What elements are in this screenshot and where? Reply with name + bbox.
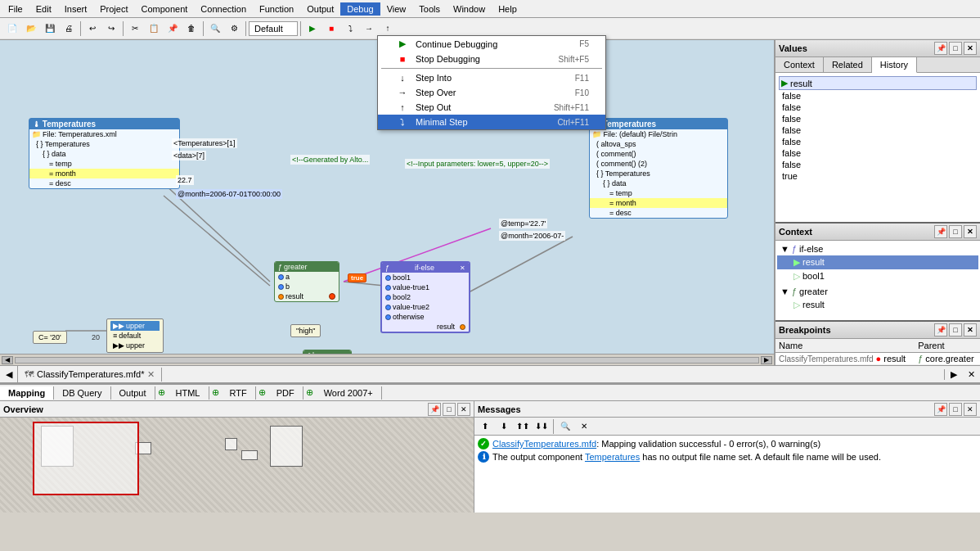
- tb-debug-stop[interactable]: ■: [322, 20, 340, 38]
- menu-help[interactable]: Help: [492, 2, 524, 16]
- tb-save[interactable]: 💾: [41, 20, 59, 38]
- bottom-tab-pdf[interactable]: PDF: [268, 386, 303, 400]
- if-else-node[interactable]: ƒ if-else ✕ bool1 value-true1 bool2 valu…: [380, 261, 470, 333]
- bp-row-1[interactable]: ClassifyTemperatures.mfd ● result ƒ core…: [775, 353, 980, 365]
- msg-close-btn[interactable]: ✕: [964, 403, 977, 416]
- bottom-tab-output[interactable]: Output: [111, 386, 155, 400]
- values-item-false2[interactable]: false: [779, 102, 977, 113]
- tb-search[interactable]: 🔍: [206, 20, 224, 38]
- menu-item-step-into[interactable]: ↓ Step Into F11: [378, 70, 605, 85]
- breakpoints-float-btn[interactable]: □: [949, 323, 962, 336]
- tab-close-btn[interactable]: ✕: [962, 369, 980, 380]
- tab-history[interactable]: History: [872, 57, 917, 73]
- tb-redo[interactable]: ↪: [102, 20, 120, 38]
- bottom-tab-html[interactable]: HTML: [168, 386, 209, 400]
- msg-float-btn[interactable]: □: [949, 403, 962, 416]
- values-item-false3[interactable]: false: [779, 113, 977, 124]
- menu-function[interactable]: Function: [253, 2, 300, 16]
- tb-debug-continue[interactable]: ▶: [303, 20, 321, 38]
- scroll-bar[interactable]: [15, 357, 759, 364]
- tb-cut[interactable]: ✂: [126, 20, 144, 38]
- values-item-false7[interactable]: false: [779, 159, 977, 170]
- tb-undo[interactable]: ↩: [83, 20, 101, 38]
- tb-debug-step[interactable]: ⤵: [341, 20, 359, 38]
- menu-item-step-out[interactable]: ↑ Step Out Shift+F11: [378, 100, 605, 115]
- scroll-left-btn[interactable]: ◀: [2, 356, 13, 364]
- msg-tb-btn4[interactable]: ⬇⬇: [533, 418, 551, 436]
- greater-expand[interactable]: ▼: [780, 287, 789, 296]
- bp-func-icon: ƒ: [918, 354, 923, 364]
- menu-project[interactable]: Project: [93, 2, 134, 16]
- context-close-btn[interactable]: ✕: [964, 225, 977, 238]
- tb-delete[interactable]: 🗑: [182, 20, 200, 38]
- tb-paste[interactable]: 📌: [164, 20, 182, 38]
- greater-node[interactable]: ƒ greater a b result: [274, 261, 339, 302]
- menu-component[interactable]: Component: [134, 2, 194, 16]
- tab-scroll-right[interactable]: ▶: [944, 369, 962, 380]
- tab-scroll-left[interactable]: ◀: [0, 365, 18, 383]
- overview-canvas[interactable]: [0, 418, 474, 513]
- bottom-tab-word[interactable]: Word 2007+: [316, 386, 382, 400]
- msg-tb-btn5[interactable]: 🔍: [556, 418, 574, 436]
- tb-new[interactable]: 📄: [3, 20, 21, 38]
- values-pin-btn[interactable]: 📌: [934, 42, 947, 55]
- const20-node[interactable]: C= '20': [33, 331, 67, 344]
- values-item-false6[interactable]: false: [779, 147, 977, 159]
- menu-item-minimal-step[interactable]: ⤵ Minimal Step Ctrl+F11: [378, 115, 605, 129]
- bottom-tab-rtf[interactable]: RTF: [222, 386, 256, 400]
- bottom-tab-mapping[interactable]: Mapping: [0, 386, 54, 400]
- if-else-expand[interactable]: ▼: [780, 244, 789, 254]
- menu-tools[interactable]: Tools: [412, 2, 447, 16]
- target-temperatures-node[interactable]: 🌡 Temperatures 📁 File: (default) File/St…: [589, 118, 728, 219]
- msg-tb-clear[interactable]: ✕: [575, 418, 593, 436]
- file-tab-close[interactable]: ✕: [147, 369, 155, 380]
- menu-output[interactable]: Output: [300, 2, 340, 16]
- menu-file[interactable]: File: [2, 2, 29, 16]
- source-temperatures-node[interactable]: 🌡 Temperatures 📁 File: Temperatures.xml …: [29, 118, 180, 189]
- upper-node[interactable]: ▶▶ upper ≡ default ▶▶ upper: [106, 318, 164, 353]
- tb-settings[interactable]: ⚙: [225, 20, 243, 38]
- context-pin-btn[interactable]: 📌: [934, 225, 947, 238]
- menu-connection[interactable]: Connection: [194, 2, 253, 16]
- high-const-node[interactable]: "high": [290, 324, 321, 337]
- values-item-false1[interactable]: false: [779, 90, 977, 102]
- tb-print[interactable]: 🖨: [60, 20, 78, 38]
- overview-close-btn[interactable]: ✕: [457, 403, 470, 416]
- bottom-tab-dbquery[interactable]: DB Query: [54, 386, 110, 400]
- values-close-btn[interactable]: ✕: [964, 42, 977, 55]
- values-item-false4[interactable]: false: [779, 124, 977, 136]
- tab-context[interactable]: Context: [775, 57, 824, 72]
- values-item-true[interactable]: true: [779, 170, 977, 182]
- canvas-scrollbar[interactable]: ◀ ▶: [0, 354, 774, 365]
- step-over-shortcut: F10: [575, 88, 589, 97]
- scroll-right-btn[interactable]: ▶: [761, 356, 772, 364]
- breakpoints-pin-btn[interactable]: 📌: [934, 323, 947, 336]
- msg-tb-btn2[interactable]: ⬇: [495, 418, 513, 436]
- menu-window[interactable]: Window: [447, 2, 492, 16]
- context-float-btn[interactable]: □: [949, 225, 962, 238]
- source-desc-item: = desc: [29, 178, 179, 188]
- menu-view[interactable]: View: [380, 2, 413, 16]
- file-tab-classify[interactable]: 🗺 ClassifyTemperatures.mfd* ✕: [18, 368, 162, 382]
- msg-file-link-1[interactable]: ClassifyTemperatures.mfd: [492, 439, 596, 449]
- values-item-false5[interactable]: false: [779, 136, 977, 147]
- menu-edit[interactable]: Edit: [29, 2, 58, 16]
- menu-debug[interactable]: Debug: [340, 2, 380, 16]
- menu-item-continue[interactable]: ▶ Continue Debugging F5: [378, 36, 605, 52]
- values-float-btn[interactable]: □: [949, 42, 962, 55]
- generated-label: <!--Generated by Alto...: [290, 155, 370, 165]
- tb-open[interactable]: 📂: [22, 20, 40, 38]
- overview-pin-btn[interactable]: 📌: [428, 403, 441, 416]
- tab-related[interactable]: Related: [824, 57, 872, 72]
- msg-tb-btn3[interactable]: ⬆⬆: [514, 418, 532, 436]
- msg-file-link-2[interactable]: Temperatures: [585, 452, 640, 462]
- overview-float-btn[interactable]: □: [443, 403, 456, 416]
- menu-item-stop[interactable]: ■ Stop Debugging Shift+F5: [378, 52, 605, 66]
- menu-insert[interactable]: Insert: [58, 2, 94, 16]
- msg-tb-btn1[interactable]: ⬆: [476, 418, 494, 436]
- msg-pin-btn[interactable]: 📌: [934, 403, 947, 416]
- menu-item-step-over[interactable]: → Step Over F10: [378, 85, 605, 100]
- tb-copy[interactable]: 📋: [145, 20, 163, 38]
- tb-debug-over[interactable]: →: [360, 20, 378, 38]
- breakpoints-close-btn[interactable]: ✕: [964, 323, 977, 336]
